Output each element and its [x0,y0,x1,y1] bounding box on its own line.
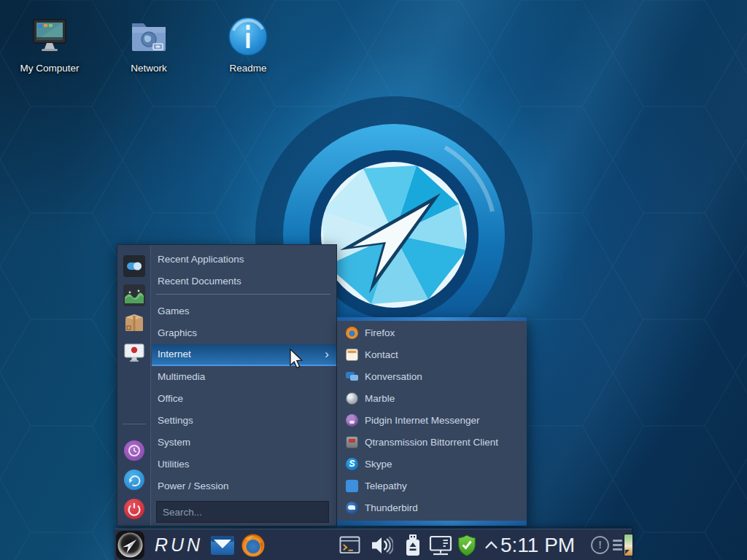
submenu-item-marble[interactable]: Marble [337,387,527,409]
menu-favorites-strip [117,245,151,526]
menu-item-label: Internet [158,349,191,359]
skype-icon: S [346,458,358,470]
menu-item-utilities[interactable]: Utilities [152,454,336,475]
mail-launcher-icon[interactable] [210,533,235,558]
submenu-item-skype[interactable]: S Skype [337,453,527,475]
submenu-item-pidgin[interactable]: Pidgin Internet Messenger [337,409,527,431]
desktop-icon-label: My Computer [9,63,90,74]
menu-item-recent-applications[interactable]: Recent Applications [152,249,336,271]
security-shield-icon[interactable] [457,534,476,556]
launcher-button[interactable] [116,531,144,559]
submenu-item-telepathy[interactable]: Telepathy [337,475,527,497]
desktop-icon-network[interactable]: Network [108,15,190,74]
shutdown-icon[interactable] [123,498,145,520]
display-icon[interactable] [429,535,452,556]
firefox-launcher-icon[interactable] [241,533,266,558]
konversation-icon [346,370,358,383]
removable-media-icon[interactable] [403,534,422,556]
menu-item-settings[interactable]: Settings [152,410,336,432]
menu-item-list: Recent Applications Recent Documents Gam… [152,245,336,526]
menu-item-office[interactable]: Office [152,388,336,410]
launcher-run-label[interactable]: RUN [155,529,203,560]
submenu-item-kontact[interactable]: Kontact [337,343,527,365]
desktop-icon-my-computer[interactable]: My Computer [9,15,90,74]
menu-item-internet[interactable]: Internet › [152,344,336,366]
desktop-icon-label: Readme [207,63,289,74]
menu-item-recent-documents[interactable]: Recent Documents [152,271,336,292]
menu-item-multimedia[interactable]: Multimedia [152,366,336,388]
readme-info-icon [227,15,269,58]
desktop-icon-label: Network [108,63,190,74]
chevron-right-icon: › [325,344,329,365]
suspend-icon[interactable] [123,440,145,462]
strip-separator [123,424,146,424]
menu-separator [156,294,330,295]
thunderbird-icon [346,502,358,514]
submenu-item-qtransmission[interactable]: Qtransmission Bittorrent Client [337,431,527,453]
network-folder-icon [128,15,170,58]
package-icon[interactable] [123,312,145,334]
qtransmission-icon [346,436,358,448]
screen-recorder-icon[interactable] [123,341,145,363]
submenu-top-edge [337,317,527,321]
application-menu: Recent Applications Recent Documents Gam… [117,244,337,526]
firefox-icon [346,327,358,339]
taskbar: RUN [115,529,632,560]
submenu-item-firefox[interactable]: Firefox [337,322,527,343]
pidgin-icon [346,414,358,427]
my-computer-icon [28,15,71,58]
pager-thumbnail-icon[interactable] [624,534,633,556]
chevron-up-icon[interactable] [484,540,498,550]
terminal-icon[interactable] [339,535,360,555]
submenu-item-thunderbird[interactable]: Thunderbird [337,497,527,518]
kontact-icon [346,349,358,361]
notification-icon[interactable]: ! [591,536,609,554]
system-monitor-icon[interactable] [123,284,145,306]
clock[interactable]: 5:11 PM [500,529,575,560]
volume-icon[interactable] [371,535,393,556]
menu-item-system[interactable]: System [152,432,336,454]
marble-icon [346,392,358,405]
panel-menu-icon[interactable] [613,540,622,551]
search-input[interactable] [156,501,329,523]
internet-submenu: Firefox Kontact Konversation Marble Pidg… [337,317,527,526]
menu-item-games[interactable]: Games [152,300,336,322]
submenu-item-konversation[interactable]: Konversation [337,365,527,387]
restart-icon[interactable] [123,469,145,491]
desktop: My Computer Network [0,0,747,560]
telepathy-icon [346,480,358,492]
menu-item-graphics[interactable]: Graphics [152,322,336,344]
toggle-switch-icon[interactable] [123,255,145,277]
submenu-bottom-edge [337,521,527,526]
menu-item-power-session[interactable]: Power / Session [152,475,336,497]
desktop-icon-readme[interactable]: Readme [207,15,289,74]
